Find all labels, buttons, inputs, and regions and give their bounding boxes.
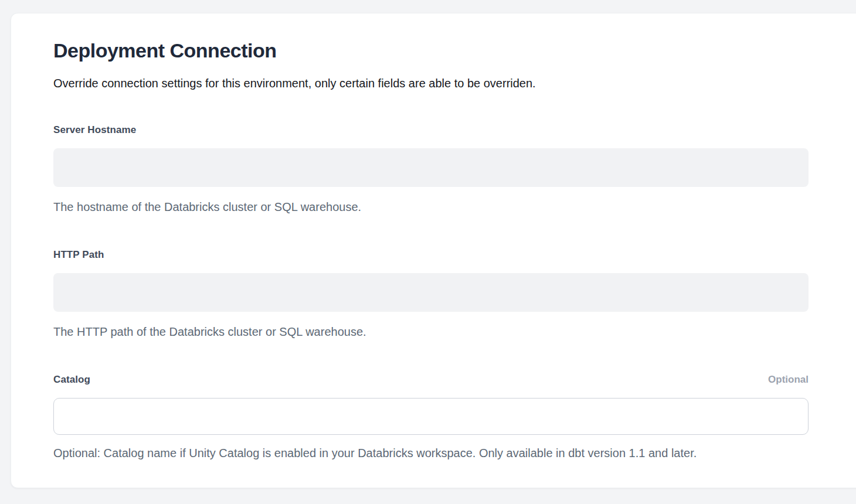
http-path-input [53, 273, 809, 312]
http-path-section: HTTP Path The HTTP path of the Databrick… [53, 249, 809, 339]
server-hostname-help: The hostname of the Databricks cluster o… [53, 200, 809, 214]
server-hostname-section: Server Hostname The hostname of the Data… [53, 124, 809, 214]
page-subtitle: Override connection settings for this en… [53, 76, 809, 91]
catalog-optional-flag: Optional [768, 374, 809, 386]
catalog-label: Catalog [53, 374, 90, 386]
deployment-connection-card: Deployment Connection Override connectio… [11, 13, 856, 488]
http-path-label: HTTP Path [53, 249, 104, 261]
catalog-help: Optional: Catalog name if Unity Catalog … [53, 447, 809, 460]
page-title: Deployment Connection [53, 39, 809, 62]
http-path-help: The HTTP path of the Databricks cluster … [53, 325, 809, 339]
catalog-input[interactable] [53, 398, 809, 435]
catalog-section: Catalog Optional Optional: Catalog name … [53, 374, 809, 460]
server-hostname-label: Server Hostname [53, 124, 136, 136]
server-hostname-input [53, 148, 809, 187]
